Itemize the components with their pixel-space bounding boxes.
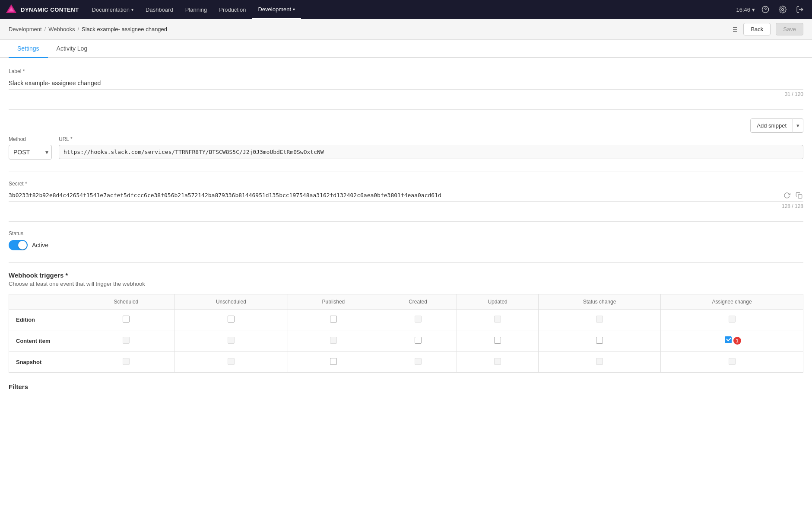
cell-content-status-change[interactable] [538, 330, 660, 352]
chevron-down-icon: ▾ [293, 7, 295, 12]
tab-settings[interactable]: Settings [9, 40, 48, 58]
status-section: Status Active [9, 230, 803, 250]
secret-char-count: 128 / 128 [9, 203, 803, 209]
checkbox-content-created[interactable] [415, 337, 422, 344]
cell-snapshot-created [379, 352, 457, 373]
url-input[interactable] [59, 145, 803, 159]
tab-activity-log[interactable]: Activity Log [48, 40, 96, 58]
app-name: DYNAMIC CONTENT [21, 6, 79, 13]
method-select[interactable]: POST GET PUT PATCH DELETE [9, 145, 52, 160]
chevron-down-icon: ▾ [131, 7, 133, 12]
cell-snapshot-status-change [538, 352, 660, 373]
col-header-scheduled: Scheduled [78, 294, 174, 310]
breadcrumb-icon-area [730, 26, 738, 33]
divider [9, 262, 803, 263]
nav-item-production[interactable]: Production [213, 0, 252, 19]
cell-edition-assignee-change [661, 310, 803, 330]
checkbox-snapshot-assignee-change [729, 358, 736, 365]
logo-icon [5, 3, 17, 16]
cell-snapshot-assignee-change [661, 352, 803, 373]
copy-icon[interactable] [795, 191, 803, 200]
breadcrumb-webhooks[interactable]: Webhooks [48, 26, 75, 32]
col-header-created: Created [379, 294, 457, 310]
divider [9, 109, 803, 110]
breadcrumb-separator: / [44, 26, 46, 32]
checkbox-snapshot-status-change [596, 358, 603, 365]
add-snippet-button[interactable]: Add snippet [750, 118, 793, 133]
table-row: Edition [9, 310, 803, 330]
list-icon [730, 26, 738, 33]
cell-content-created[interactable] [379, 330, 457, 352]
col-header-unscheduled: Unscheduled [174, 294, 288, 310]
cell-content-unscheduled [174, 330, 288, 352]
nav-item-planning[interactable]: Planning [179, 0, 213, 19]
checkbox-snapshot-scheduled [123, 358, 130, 365]
app-logo[interactable]: DYNAMIC CONTENT [5, 3, 79, 16]
triggers-title: Webhook triggers * [9, 272, 803, 279]
checkbox-snapshot-published[interactable] [330, 358, 337, 365]
save-button[interactable]: Save [776, 23, 803, 35]
checkbox-content-scheduled [123, 337, 130, 344]
col-header-assignee-change: Assignee change [661, 294, 803, 310]
nav-item-development[interactable]: Development ▾ [252, 0, 301, 19]
url-label: URL * [59, 136, 803, 142]
cell-edition-updated [457, 310, 539, 330]
cell-edition-scheduled[interactable] [78, 310, 174, 330]
cell-edition-status-change [538, 310, 660, 330]
nav-right-area: 16:46 ▾ [736, 3, 807, 16]
breadcrumb-current: Slack example- assignee changed [82, 26, 167, 32]
nav-item-documentation[interactable]: Documentation ▾ [86, 0, 140, 19]
logout-icon[interactable] [793, 3, 807, 16]
cell-content-updated[interactable] [457, 330, 539, 352]
chevron-down-icon: ▾ [796, 122, 799, 129]
add-snippet-dropdown-button[interactable]: ▾ [793, 118, 803, 133]
svg-rect-13 [798, 195, 802, 198]
status-toggle[interactable] [9, 240, 28, 250]
method-field: Method POST GET PUT PATCH DELETE ▾ [9, 136, 52, 160]
table-row: Content item 1 [9, 330, 803, 352]
filters-title: Filters [9, 383, 803, 390]
checkbox-content-status-change[interactable] [596, 337, 603, 344]
label-input[interactable] [9, 77, 803, 89]
cell-edition-unscheduled[interactable] [174, 310, 288, 330]
cell-content-assignee-change[interactable]: 1 [661, 330, 803, 352]
help-icon[interactable] [758, 3, 772, 16]
cell-content-published [288, 330, 379, 352]
refresh-icon[interactable] [783, 191, 791, 200]
back-button[interactable]: Back [743, 23, 771, 35]
method-url-row: Method POST GET PUT PATCH DELETE ▾ URL * [9, 136, 803, 160]
checkbox-content-updated[interactable] [494, 337, 501, 344]
checkbox-content-assignee-change[interactable] [725, 336, 732, 343]
col-header-updated: Updated [457, 294, 539, 310]
nav-item-dashboard[interactable]: Dashboard [140, 0, 179, 19]
checkbox-snapshot-unscheduled [228, 358, 235, 365]
label-char-count: 31 / 120 [9, 91, 803, 97]
checkbox-content-unscheduled [228, 337, 235, 344]
filters-section: Filters [9, 383, 803, 390]
label-section: Label * 31 / 120 [9, 68, 803, 97]
row-label-snapshot: Snapshot [9, 352, 78, 373]
triggers-subtitle: Choose at least one event that will trig… [9, 281, 803, 287]
toggle-knob [18, 241, 27, 249]
secret-section: Secret * 128 / 128 [9, 181, 803, 209]
table-header-row: Scheduled Unscheduled Published Created … [9, 294, 803, 310]
add-snippet-row: Add snippet ▾ [9, 118, 803, 133]
breadcrumb-development[interactable]: Development [9, 26, 42, 32]
cell-edition-published[interactable] [288, 310, 379, 330]
secret-input[interactable] [9, 189, 803, 201]
label-field-label: Label * [9, 68, 803, 74]
breadcrumb: Development / Webhooks / Slack example- … [9, 26, 167, 32]
method-label: Method [9, 136, 52, 142]
add-snippet-wrapper: Add snippet ▾ [9, 118, 803, 133]
checkbox-edition-published[interactable] [330, 316, 337, 323]
breadcrumb-actions: Back Save [730, 23, 803, 35]
settings-icon[interactable] [776, 3, 790, 16]
method-select-wrapper: POST GET PUT PATCH DELETE ▾ [9, 145, 52, 160]
checkbox-edition-scheduled[interactable] [123, 316, 130, 323]
cell-snapshot-published[interactable] [288, 352, 379, 373]
url-field: URL * [59, 136, 803, 159]
checkbox-edition-assignee-change [729, 316, 736, 323]
checkbox-content-published [330, 337, 337, 344]
status-active-label: Active [32, 242, 48, 249]
checkbox-edition-unscheduled[interactable] [228, 316, 235, 323]
